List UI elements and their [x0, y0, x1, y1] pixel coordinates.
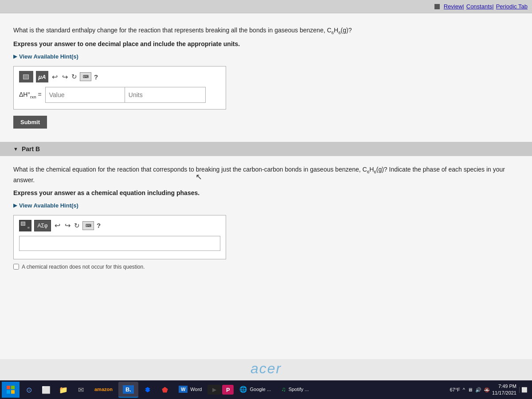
no-reaction-label: A chemical reaction does not occur for t…	[22, 264, 145, 270]
google-label: Google ...	[250, 387, 271, 392]
system-icon[interactable]: ⬟	[157, 382, 173, 398]
value-input[interactable]	[45, 87, 125, 103]
word-label: Word	[190, 387, 202, 392]
undo-btn-a[interactable]: ↩	[51, 72, 59, 82]
answer-box-a: μA ↩ ↪ ↻ ⌨ ? ΔH°rxn =	[13, 66, 226, 110]
hint-link-b[interactable]: View Available Hint(s)	[13, 202, 519, 209]
mu-btn-a[interactable]: μA	[36, 71, 48, 82]
constants-link[interactable]: Constants	[466, 3, 493, 10]
review-link[interactable]: Review	[444, 3, 463, 10]
refresh-btn-a[interactable]: ↻	[71, 73, 77, 81]
start-button[interactable]	[2, 382, 20, 398]
mute-icon[interactable]: 🔇	[484, 387, 489, 392]
format-btn-a[interactable]	[19, 71, 33, 82]
cortana-icon[interactable]: ⊙	[21, 382, 37, 398]
equation-input[interactable]	[19, 236, 220, 251]
spotify-label: Spotify ...	[289, 387, 309, 392]
spotify-icon: ♫	[281, 386, 286, 393]
units-input[interactable]	[125, 87, 206, 103]
redo-btn-b[interactable]: ↪	[64, 220, 71, 231]
part-b-header: Part B	[0, 142, 532, 156]
svg-rect-3	[11, 390, 15, 394]
svg-marker-5	[145, 389, 150, 392]
svg-rect-1	[11, 386, 15, 389]
no-reaction-checkbox[interactable]	[13, 264, 19, 270]
top-bar-icon	[434, 4, 440, 9]
word-app-label: W	[179, 386, 188, 393]
system-tray: 67°F ^ 🖥 🔊 🔇 7:49 PM 11/17/2021 ⬜	[450, 383, 530, 397]
dropbox-icon[interactable]	[140, 382, 156, 398]
mail-icon[interactable]: ✉	[73, 382, 89, 398]
part-b-instruction: Express your answer as a chemical equati…	[13, 188, 519, 198]
video-icon[interactable]: ▶	[207, 385, 221, 395]
taskbar: ⊙ ⬜ 📁 ✉ amazon B. ⬟ W Word ▶ P 🌐 Google …	[0, 380, 532, 399]
taskbar-spotify[interactable]: ♫ Spotify ...	[277, 382, 313, 398]
acer-logo: acer	[250, 360, 282, 377]
part-b-question: What is the chemical equation for the re…	[13, 165, 519, 184]
taskbar-word[interactable]: W Word	[174, 382, 206, 398]
redo-btn-a[interactable]: ↪	[61, 72, 69, 82]
periodic-table-link[interactable]: Periodic Tab	[496, 3, 528, 10]
undo-btn-b[interactable]: ↩	[54, 220, 61, 231]
format-btn-b[interactable]: =	[19, 220, 31, 231]
toolbar-a: μA ↩ ↪ ↻ ⌨ ?	[19, 71, 220, 82]
svg-rect-0	[7, 386, 10, 389]
main-content: What is the standard enthalpy change for…	[0, 13, 532, 359]
part-a-question: What is the standard enthalpy change for…	[13, 26, 519, 36]
taskbar-google[interactable]: 🌐 Google ...	[235, 382, 275, 398]
clock[interactable]: 7:49 PM 11/17/2021	[492, 383, 516, 397]
part-a-instruction: Express your answer to one decimal place…	[13, 39, 519, 49]
refresh-btn-b[interactable]: ↻	[74, 222, 80, 230]
svg-rect-2	[7, 390, 10, 394]
network-icon[interactable]: 🖥	[468, 387, 473, 392]
help-btn-a[interactable]: ?	[94, 73, 98, 81]
answer-box-b: = ΑΣφ ↩ ↪ ↻ ⌨ ?	[13, 215, 226, 259]
hint-link-a[interactable]: View Available Hint(s)	[13, 53, 519, 60]
taskbar-app-b[interactable]: B.	[118, 382, 138, 398]
delta-label: ΔH°rxn =	[19, 91, 42, 99]
chevron-up-icon[interactable]: ^	[463, 387, 465, 392]
separator2: |	[492, 3, 493, 10]
ase-btn-b[interactable]: ΑΣφ	[34, 220, 51, 231]
taskview-icon[interactable]: ⬜	[38, 382, 54, 398]
separator1: |	[462, 3, 464, 10]
volume-icon[interactable]: 🔊	[475, 387, 481, 393]
date-display: 11/17/2021	[492, 390, 516, 396]
temperature: 67°F	[450, 387, 460, 392]
app-b-label: B.	[123, 385, 134, 394]
keyboard-btn-a[interactable]: ⌨	[80, 72, 91, 81]
top-bar: Review | Constants | Periodic Tab	[0, 0, 532, 13]
file-explorer-icon[interactable]: 📁	[55, 382, 71, 398]
app-p-icon[interactable]: P	[222, 385, 234, 395]
show-desktop[interactable]: ⬜	[519, 387, 528, 393]
input-row-a: ΔH°rxn =	[19, 87, 220, 103]
taskbar-amazon[interactable]: amazon	[90, 382, 117, 398]
checkbox-row: A chemical reaction does not occur for t…	[13, 264, 519, 270]
help-btn-b[interactable]: ?	[97, 222, 101, 229]
toolbar-b: = ΑΣφ ↩ ↪ ↻ ⌨ ?	[19, 220, 220, 231]
keyboard-btn-b[interactable]: ⌨	[82, 221, 94, 230]
time-display: 7:49 PM	[492, 383, 516, 390]
submit-button-a[interactable]: Submit	[13, 116, 47, 129]
google-icon: 🌐	[239, 386, 247, 393]
amazon-label: amazon	[94, 387, 113, 392]
